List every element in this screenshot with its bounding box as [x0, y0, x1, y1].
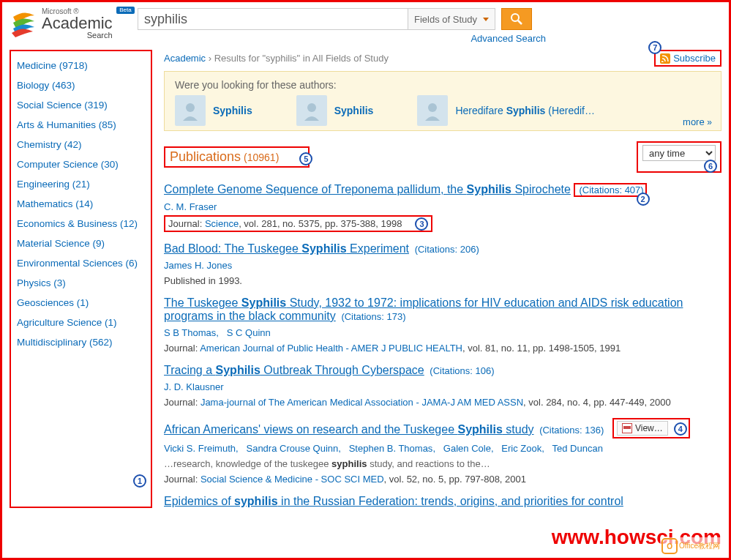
result-journal: Journal: American Journal of Public Heal… — [164, 343, 721, 354]
sidebar-item[interactable]: Geosciences (1) — [17, 293, 145, 313]
sidebar-item[interactable]: Medicine (9718) — [17, 56, 145, 75]
sidebar-item[interactable]: Agriculture Science (1) — [17, 313, 145, 332]
logo-search: Search — [42, 31, 113, 40]
sidebar-item[interactable]: Arts & Humanities (85) — [17, 115, 145, 135]
author-link[interactable]: Ted Duncan — [552, 443, 603, 454]
result-snippet: …research, knowledge of the tuskegee syp… — [164, 458, 721, 469]
author-suggestion[interactable]: Heredifare Syphilis (Heredif… — [417, 95, 595, 126]
journal-link[interactable]: Social Science & Medicine - SOC SCI MED — [200, 474, 384, 485]
watermark-sub: OOffice教程网 — [660, 537, 721, 555]
svg-point-0 — [511, 14, 519, 21]
beta-badge: Beta — [116, 7, 134, 14]
sidebar-item[interactable]: Social Science (319) — [17, 95, 145, 115]
sidebar-item[interactable]: Mathematics (14) — [17, 194, 145, 214]
did-you-mean-box: Were you looking for these authors: Syph… — [164, 71, 721, 131]
annotation-badge-4: 4 — [674, 422, 687, 436]
pdf-icon — [622, 423, 632, 433]
more-authors-link[interactable]: more » — [683, 116, 712, 127]
result-authors: J. D. Klausner — [164, 381, 721, 392]
annotation-badge-1: 1 — [133, 474, 146, 488]
result-authors: Vicki S. Freimuth, Sandra Crouse Quinn, … — [164, 443, 721, 454]
annotation-badge-5: 5 — [299, 152, 312, 165]
sidebar-item[interactable]: Engineering (21) — [17, 174, 145, 194]
result-authors: James H. Jones — [164, 260, 721, 271]
sidebar-item[interactable]: Material Science (9) — [17, 234, 145, 253]
chevron-down-icon: » — [707, 117, 712, 127]
result-title[interactable]: Bad Blood: The Tuskegee Syphilis Experim… — [164, 242, 409, 255]
subscribe-link[interactable]: Subscribe — [673, 53, 716, 64]
annotation-badge-6: 6 — [704, 160, 717, 173]
avatar-icon — [175, 95, 206, 126]
result-journal: Journal: Social Science & Medicine - SOC… — [164, 474, 721, 485]
result-citations[interactable]: (Citations: 136) — [539, 425, 604, 436]
result-authors: S B Thomas, S C Quinn — [164, 327, 721, 338]
author-link[interactable]: Sandra Crouse Quinn — [246, 443, 338, 454]
result-title[interactable]: Epidemics of syphilis in the Russian Fed… — [164, 495, 623, 507]
search-result: African Americans' views on research and… — [164, 418, 721, 485]
logo[interactable]: Microsoft ® Academic Search Beta — [10, 8, 130, 40]
search-result: The Tuskegee Syphilis Study, 1932 to 197… — [164, 296, 721, 354]
logo-academic: Academic — [42, 15, 113, 31]
office-logo-icon: O — [661, 538, 678, 554]
svg-point-3 — [307, 103, 316, 112]
annotation-badge-7: 7 — [648, 41, 661, 54]
search-button[interactable] — [501, 8, 532, 30]
avatar-icon — [296, 95, 327, 126]
avatar-icon — [417, 95, 448, 126]
view-pdf-button[interactable]: View… — [617, 421, 668, 436]
journal-link[interactable]: Jama-journal of The American Medical Ass… — [200, 397, 523, 408]
result-title[interactable]: The Tuskegee Syphilis Study, 1932 to 197… — [164, 296, 683, 322]
search-result: Epidemics of syphilis in the Russian Fed… — [164, 495, 721, 508]
author-link[interactable]: James H. Jones — [164, 260, 232, 271]
author-suggestion[interactable]: Syphilis — [175, 95, 252, 126]
author-link[interactable]: S C Quinn — [227, 327, 271, 338]
sidebar-item[interactable]: Computer Science (30) — [17, 154, 145, 174]
sidebar-item[interactable]: Environmental Sciences (6) — [17, 253, 145, 273]
author-link[interactable]: Vicki S. Freimuth — [164, 443, 236, 454]
chevron-down-icon — [483, 18, 489, 21]
result-journal: Journal: Science, vol. 281, no. 5375, pp… — [168, 218, 402, 229]
sidebar-item[interactable]: Physics (3) — [17, 273, 145, 293]
svg-point-2 — [186, 103, 195, 112]
author-link[interactable]: Galen Cole — [443, 443, 491, 454]
result-citations[interactable]: (Citations: 173) — [341, 311, 405, 322]
search-icon — [510, 12, 523, 26]
did-you-mean-question: Were you looking for these authors: — [175, 79, 711, 91]
advanced-search-link[interactable]: Advanced Search — [471, 33, 546, 44]
result-title[interactable]: African Americans' views on research and… — [164, 423, 534, 436]
time-filter-select[interactable]: any time — [642, 145, 716, 161]
annotation-badge-2: 2 — [637, 193, 650, 206]
journal-link[interactable]: Science — [205, 218, 239, 229]
sidebar-item[interactable]: Chemistry (42) — [17, 135, 145, 154]
search-result: Tracing a Syphilis Outbreak Through Cybe… — [164, 364, 721, 408]
author-link[interactable]: Stephen B. Thomas — [349, 443, 433, 454]
sidebar-item[interactable]: Economics & Business (12) — [17, 214, 145, 234]
result-title[interactable]: Tracing a Syphilis Outbreak Through Cybe… — [164, 364, 424, 376]
breadcrumb-rest: Results for "syphilis" in All Fields of … — [214, 53, 389, 64]
search-result: Complete Genome Sequence of Treponema pa… — [164, 183, 721, 232]
fields-of-study-dropdown[interactable]: Fields of Study — [408, 8, 495, 30]
result-citations[interactable]: (Citations: 106) — [430, 365, 494, 376]
result-journal: Journal: Jama-journal of The American Me… — [164, 397, 721, 408]
fields-label: Fields of Study — [414, 14, 477, 25]
svg-point-4 — [428, 103, 437, 112]
author-suggestion[interactable]: Syphilis — [296, 95, 374, 126]
author-link[interactable]: J. D. Klausner — [164, 381, 224, 392]
journal-link[interactable]: American Journal of Public Health - AMER… — [200, 343, 462, 354]
result-citations[interactable]: (Citations: 206) — [415, 244, 479, 255]
author-link[interactable]: C. M. Fraser — [164, 201, 217, 212]
publications-heading: Publications — [170, 149, 241, 165]
search-input[interactable] — [138, 8, 408, 30]
breadcrumb: Academic › Results for "syphilis" in All… — [164, 53, 389, 64]
result-citations[interactable]: (Citations: 407) — [580, 184, 644, 195]
search-result: Bad Blood: The Tuskegee Syphilis Experim… — [164, 242, 721, 286]
rss-icon — [660, 53, 670, 64]
sidebar-item[interactable]: Biology (463) — [17, 75, 145, 95]
author-link[interactable]: S B Thomas — [164, 327, 216, 338]
svg-line-1 — [518, 20, 522, 24]
author-link[interactable]: Eric Zook — [501, 443, 541, 454]
sidebar-item[interactable]: Multidisciplinary (562) — [17, 332, 145, 352]
publications-count: (10961) — [244, 152, 279, 163]
breadcrumb-root[interactable]: Academic — [164, 53, 206, 64]
result-title[interactable]: Complete Genome Sequence of Treponema pa… — [164, 183, 571, 195]
